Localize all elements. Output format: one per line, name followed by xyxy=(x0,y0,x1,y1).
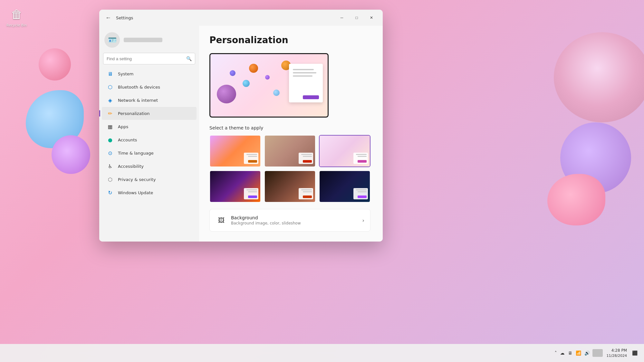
sidebar-item-network[interactable]: ◈ Network & internet xyxy=(102,94,197,107)
sidebar-item-personalization[interactable]: ✏ Personalization xyxy=(102,107,197,120)
decorative-blob-right-1 xyxy=(554,32,644,122)
nav-list: 🖥 System ⬡ Bluetooth & devices ◈ Network… xyxy=(99,67,199,199)
nav-label-bluetooth: Bluetooth & devices xyxy=(118,85,160,90)
theme-bg-theme2 xyxy=(265,136,315,167)
desktop: 🗑 Recycle Bin ← Settings ─ □ ✕ 🪪 xyxy=(0,0,644,362)
decorative-blob-2 xyxy=(52,135,90,174)
taskbar-date: 11/28/2024 xyxy=(607,353,627,358)
avatar: 🪪 xyxy=(104,32,120,48)
nav-icon-accessibility: ♿ xyxy=(107,163,113,169)
recycle-bin-icon: 🗑 xyxy=(9,6,24,22)
search-container: 🔍 xyxy=(99,53,199,67)
nav-icon-update: ↻ xyxy=(107,189,113,196)
recycle-bin[interactable]: 🗑 Recycle Bin xyxy=(6,6,27,27)
nav-icon-personalization: ✏ xyxy=(107,110,113,117)
theme-mini-doc-theme5 xyxy=(299,188,313,199)
cloud-icon[interactable]: ☁ xyxy=(559,349,566,357)
taskbar-right: ˄ ☁ 🖥 📶 🔊 4:28 PM 11/28/2024 ⬛ xyxy=(553,347,639,359)
theme-card-theme5[interactable] xyxy=(264,170,316,203)
close-button[interactable]: ✕ xyxy=(364,13,379,23)
nav-icon-apps: ▦ xyxy=(107,123,113,130)
sidebar-item-update[interactable]: ↻ Windows Update xyxy=(102,186,197,199)
search-box[interactable]: 🔍 xyxy=(103,53,195,64)
background-chevron-icon: › xyxy=(362,217,364,224)
theme-card-theme4[interactable] xyxy=(209,170,261,203)
theme-card-theme6[interactable] xyxy=(319,170,370,203)
network-tray-icon[interactable]: 📶 xyxy=(574,349,582,357)
nav-icon-accounts: ● xyxy=(107,137,113,143)
theme-mini-doc-theme2 xyxy=(299,153,313,164)
decorative-blob-pink xyxy=(547,174,605,225)
theme-mini-doc-theme3 xyxy=(353,153,368,164)
title-bar: ← Settings ─ □ ✕ xyxy=(99,10,383,26)
sidebar-item-time[interactable]: ⊙ Time & language xyxy=(102,147,197,159)
user-profile[interactable]: 🪪 xyxy=(99,28,199,53)
page-title: Personalization xyxy=(209,35,372,45)
chevron-up-icon[interactable]: ˄ xyxy=(553,349,558,357)
nav-icon-bluetooth: ⬡ xyxy=(107,84,113,90)
nav-icon-time: ⊙ xyxy=(107,150,113,156)
theme-mini-doc-theme6 xyxy=(353,188,368,199)
settings-window: ← Settings ─ □ ✕ 🪪 xyxy=(99,10,383,242)
nav-label-time: Time & language xyxy=(118,151,154,156)
background-subtitle: Background image, color, slideshow xyxy=(231,221,362,225)
theme-bg-theme1 xyxy=(210,136,260,167)
sidebar-item-apps[interactable]: ▦ Apps xyxy=(102,120,197,133)
theme-mini-doc-theme4 xyxy=(244,188,258,199)
theme-bg-theme6 xyxy=(320,171,370,202)
notification-icon[interactable]: ⬛ xyxy=(631,349,639,357)
recycle-bin-label: Recycle Bin xyxy=(6,23,27,27)
theme-preview xyxy=(209,53,329,118)
decorative-blob-1 xyxy=(26,90,84,148)
main-content: Personalization xyxy=(199,26,383,242)
nav-icon-network: ◈ xyxy=(107,97,113,103)
preview-planet-2 xyxy=(230,70,235,76)
sidebar: 🪪 🔍 🖥 System ⬡ Bluetooth & devices ◈ Net… xyxy=(99,26,199,242)
background-icon: 🖼 xyxy=(216,214,227,226)
nav-label-personalization: Personalization xyxy=(118,111,150,116)
background-setting-row[interactable]: 🖼 Background Background image, color, sl… xyxy=(209,209,370,232)
back-button[interactable]: ← xyxy=(103,13,113,23)
sidebar-item-accessibility[interactable]: ♿ Accessibility xyxy=(102,160,197,173)
theme-mini-doc-theme1 xyxy=(244,153,258,164)
background-text: Background Background image, color, slid… xyxy=(231,215,362,225)
theme-card-theme1[interactable] xyxy=(209,135,261,167)
avatar-icon: 🪪 xyxy=(108,36,117,44)
color-swatch xyxy=(592,349,603,357)
taskbar-clock[interactable]: 4:28 PM 11/28/2024 xyxy=(604,347,630,359)
background-title: Background xyxy=(231,215,362,220)
nav-label-accounts: Accounts xyxy=(118,138,137,142)
maximize-button[interactable]: □ xyxy=(349,13,364,23)
sidebar-item-accounts[interactable]: ● Accounts xyxy=(102,133,197,146)
preview-planet-7 xyxy=(273,90,280,96)
window-content: 🪪 🔍 🖥 System ⬡ Bluetooth & devices ◈ Net… xyxy=(99,26,383,242)
nav-icon-system: 🖥 xyxy=(107,71,113,77)
nav-label-accessibility: Accessibility xyxy=(118,164,144,169)
preview-planet-1 xyxy=(249,64,258,73)
window-title: Settings xyxy=(116,15,133,20)
monitor-icon[interactable]: 🖥 xyxy=(567,349,574,357)
speaker-icon[interactable]: 🔊 xyxy=(583,349,591,357)
sidebar-item-system[interactable]: 🖥 System xyxy=(102,67,197,80)
sidebar-item-privacy[interactable]: ⬡ Privacy & security xyxy=(102,173,197,186)
theme-bg-theme5 xyxy=(265,171,315,202)
window-controls: ─ □ ✕ xyxy=(334,13,379,23)
nav-label-privacy: Privacy & security xyxy=(118,177,156,182)
taskbar: ˄ ☁ 🖥 📶 🔊 4:28 PM 11/28/2024 ⬛ xyxy=(0,344,644,362)
nav-label-system: System xyxy=(118,71,133,76)
nav-icon-privacy: ⬡ xyxy=(107,176,113,183)
preview-planet-4 xyxy=(265,75,270,80)
nav-label-update: Windows Update xyxy=(118,190,153,195)
nav-label-network: Network & internet xyxy=(118,98,158,103)
user-name-bar xyxy=(124,38,162,42)
search-input[interactable] xyxy=(107,56,184,61)
theme-card-theme3[interactable] xyxy=(319,135,370,167)
minimize-button[interactable]: ─ xyxy=(334,13,349,23)
search-icon: 🔍 xyxy=(186,56,192,61)
theme-card-theme2[interactable] xyxy=(264,135,316,167)
taskbar-time: 4:28 PM xyxy=(607,348,627,353)
sidebar-item-bluetooth[interactable]: ⬡ Bluetooth & devices xyxy=(102,81,197,93)
theme-bg-theme3 xyxy=(320,136,370,167)
preview-planet-5 xyxy=(217,85,236,103)
decorative-blob-3 xyxy=(39,48,71,81)
